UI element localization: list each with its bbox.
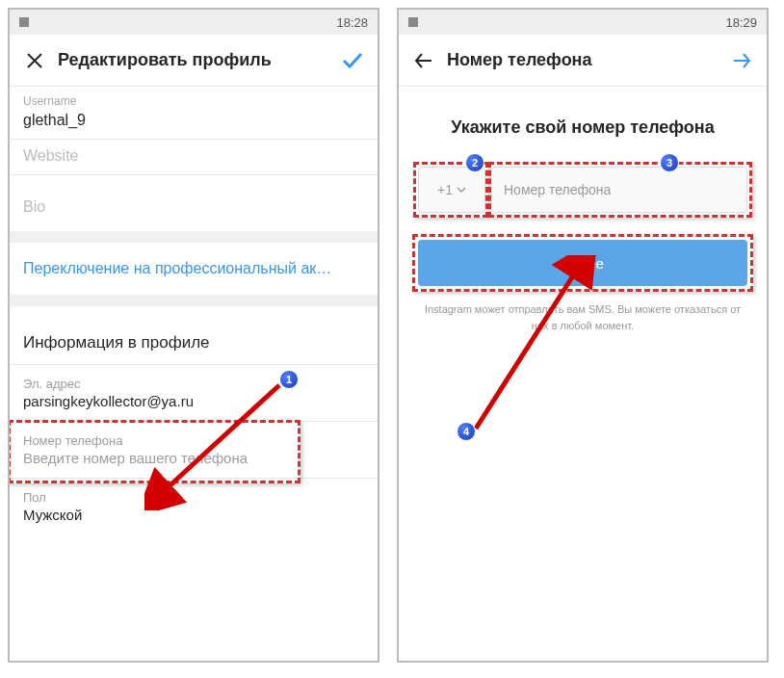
phone-field[interactable]: Номер телефона Введите номер вашего теле… <box>10 422 378 479</box>
website-field[interactable]: Website <box>10 140 378 175</box>
phone-placeholder: Введите номер вашего телефона <box>23 450 364 466</box>
username-field[interactable]: Username glethal_9 <box>10 87 378 140</box>
phone-input-placeholder: Номер телефона <box>504 182 611 197</box>
country-code-value: +1 <box>437 182 453 197</box>
website-label: Website <box>23 147 364 165</box>
badge-1: 1 <box>279 370 299 389</box>
gender-field[interactable]: Пол Мужской <box>10 479 378 535</box>
phone-number-content: Укажите свой номер телефона +1 2 Номер т… <box>399 87 767 661</box>
phone-label: Номер телефона <box>23 433 364 448</box>
status-icon <box>408 17 418 27</box>
chevron-down-icon <box>457 185 466 195</box>
profile-info-title: Информация в профиле <box>10 306 378 365</box>
next-button-label: Далее <box>562 255 604 272</box>
edit-profile-content: Username glethal_9 Website Bio Переключе… <box>10 87 378 661</box>
phone-number-input[interactable]: Номер телефона 3 <box>491 167 747 213</box>
email-field[interactable]: Эл. адрес parsingkeykollector@ya.ru <box>10 365 378 422</box>
forward-icon[interactable] <box>728 47 755 74</box>
email-label: Эл. адрес <box>23 377 364 391</box>
gender-label: Пол <box>23 490 364 505</box>
phone-edit-profile: 18:28 Редактировать профиль Username gle… <box>8 8 379 663</box>
country-code-select[interactable]: +1 2 <box>418 167 485 213</box>
status-time: 18:29 <box>725 15 757 30</box>
phone-heading: Укажите свой номер телефона <box>418 117 747 138</box>
badge-4: 4 <box>457 422 476 441</box>
username-value: glethal_9 <box>23 112 364 129</box>
app-header: Редактировать профиль <box>10 35 378 87</box>
header-title: Редактировать профиль <box>58 50 339 70</box>
status-bar: 18:29 <box>399 10 767 35</box>
email-value: parsingkeykollector@ya.ru <box>23 393 364 409</box>
badge-2: 2 <box>465 153 484 172</box>
header-title: Номер телефона <box>447 50 728 70</box>
phone-input-row: +1 2 Номер телефона 3 <box>418 167 747 213</box>
sms-note: Instagram может отправлять вам SMS. Вы м… <box>418 301 747 333</box>
status-time: 18:28 <box>336 15 368 30</box>
next-button[interactable]: Далее <box>418 240 747 286</box>
gender-value: Мужской <box>23 507 364 523</box>
username-label: Username <box>23 94 364 108</box>
phone-phone-number: 18:29 Номер телефона Укажите свой номер … <box>397 8 769 663</box>
back-icon[interactable] <box>410 47 437 74</box>
confirm-icon[interactable] <box>339 47 366 74</box>
app-header: Номер телефона <box>399 35 767 87</box>
close-icon[interactable] <box>21 47 48 74</box>
status-bar: 18:28 <box>10 10 378 35</box>
status-icon <box>19 17 29 27</box>
bio-label: Bio <box>23 198 364 216</box>
bio-field[interactable]: Bio <box>10 175 378 243</box>
switch-professional-link[interactable]: Переключение на профессиональный ак… <box>10 243 378 306</box>
badge-3: 3 <box>660 153 679 172</box>
